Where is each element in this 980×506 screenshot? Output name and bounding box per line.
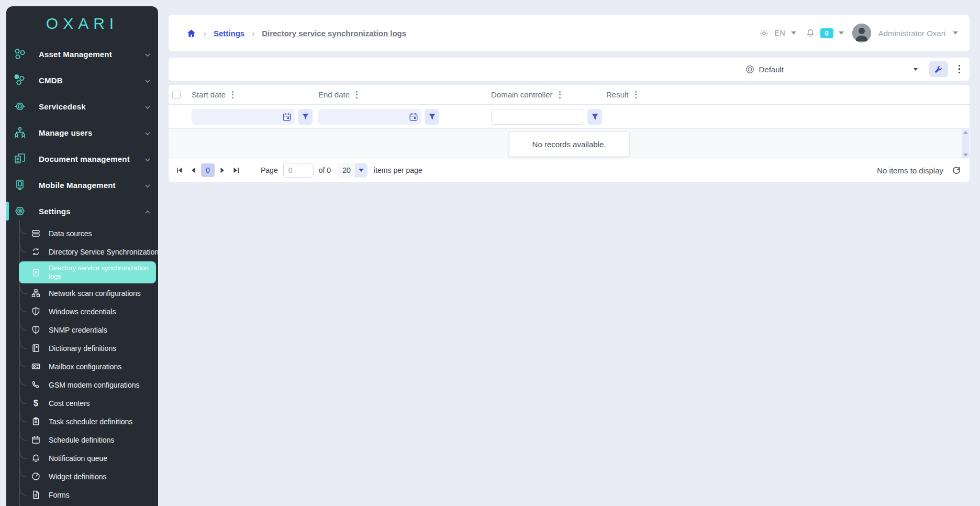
- data-grid: Start date End date Domain controller Re…: [169, 85, 970, 182]
- chevron-down-icon[interactable]: [839, 31, 844, 35]
- header-actions: EN 0 Administrator Oxari: [759, 24, 958, 42]
- sidebar-subitem-directory-service-synchronization-logs[interactable]: Directory service synchronization logs: [6, 261, 158, 284]
- sidebar-item-document-management[interactable]: Document management: [6, 146, 158, 172]
- sidebar-subitem-notification-queue[interactable]: Notification queue: [6, 449, 158, 467]
- sidebar-item-label: Servicedesk: [39, 102, 144, 111]
- sidebar-subitem-label: Forms: [49, 491, 70, 499]
- page-size-select[interactable]: 20: [338, 163, 368, 178]
- form-document-icon: [31, 490, 40, 499]
- mailbox-icon: [31, 362, 40, 371]
- previous-page-button[interactable]: [186, 163, 200, 177]
- settings-submenu: Data sources Directory Service Synchroni…: [6, 224, 158, 506]
- next-page-button[interactable]: [216, 163, 229, 177]
- notification-count-badge[interactable]: 0: [820, 28, 833, 38]
- breadcrumb-link-settings[interactable]: Settings: [214, 29, 244, 38]
- sidebar-subitem-snmp-credentials[interactable]: SNMP credentials: [6, 321, 158, 339]
- column-menu-icon[interactable]: [356, 91, 358, 98]
- view-selector-value: Default: [759, 65, 909, 74]
- chevron-down-icon[interactable]: [953, 31, 958, 35]
- sidebar-subitem-label: Task scheduler definitions: [49, 417, 132, 426]
- end-date-filter-cell: [314, 109, 487, 125]
- sidebar-item-manage-users[interactable]: Manage users: [6, 119, 158, 146]
- sidebar-subitem-dictionary-definitions[interactable]: Dictionary definitions: [6, 339, 158, 357]
- view-selector-dropdown[interactable]: Default: [741, 61, 922, 77]
- chevron-up-icon: [144, 208, 151, 214]
- grid-settings-button[interactable]: [929, 61, 948, 77]
- sidebar-item-label: Document management: [39, 155, 144, 163]
- sidebar-subitem-task-scheduler-definitions[interactable]: Task scheduler definitions: [6, 412, 158, 431]
- end-date-filter-input[interactable]: [318, 109, 421, 125]
- sidebar-subitem-gsm-modem-configurations[interactable]: GSM modem configurations: [6, 376, 158, 394]
- sidebar-item-mobile-management[interactable]: Mobile Management: [6, 172, 158, 198]
- sidebar-subitem-cost-centers[interactable]: $ Cost centers: [6, 394, 158, 412]
- select-all-checkbox[interactable]: [172, 91, 181, 99]
- page-label: Page: [261, 166, 278, 174]
- start-date-filter-button[interactable]: [298, 109, 313, 125]
- sidebar-subitem-data-sources[interactable]: Data sources: [6, 224, 158, 243]
- sidebar-item-label: Asset Management: [39, 50, 144, 59]
- asset-management-icon: [13, 47, 27, 61]
- breadcrumb: › Settings › Directory service synchroni…: [186, 28, 406, 38]
- grid-filter-row: [169, 105, 970, 129]
- column-menu-icon[interactable]: [232, 91, 233, 98]
- items-per-page-label: items per page: [374, 166, 422, 174]
- sidebar-item-servicedesk[interactable]: Servicedesk: [6, 93, 158, 119]
- column-menu-icon[interactable]: [559, 91, 561, 98]
- gear-icon[interactable]: [759, 28, 769, 38]
- breadcrumb-current-page[interactable]: Directory service synchronization logs: [262, 29, 406, 38]
- document-management-icon: [13, 152, 27, 166]
- chevron-down-icon[interactable]: [791, 31, 796, 35]
- database-icon: [31, 229, 40, 238]
- user-avatar[interactable]: [852, 24, 871, 42]
- sidebar-subitem-mailbox-configurations[interactable]: Mailbox configurations: [6, 357, 158, 376]
- column-header-result[interactable]: Result: [602, 90, 970, 99]
- calendar-icon[interactable]: [282, 112, 292, 122]
- dollar-icon: $: [31, 399, 40, 408]
- sidebar-item-settings[interactable]: Settings: [6, 198, 158, 224]
- domain-controller-filter-button[interactable]: [587, 109, 602, 125]
- active-section-indicator: [6, 202, 9, 221]
- sidebar-subitem-network-scan-configurations[interactable]: Network scan configurations: [6, 284, 158, 302]
- start-date-filter-input[interactable]: [192, 109, 295, 125]
- column-header-domain-controller[interactable]: Domain controller: [487, 90, 602, 99]
- sidebar-subitem-widget-definitions[interactable]: Widget definitions: [6, 467, 158, 486]
- last-page-button[interactable]: [229, 163, 243, 177]
- shield-icon: [31, 307, 40, 316]
- sidebar-subitem-windows-credentials[interactable]: Windows credentials: [6, 302, 158, 321]
- column-header-start-date[interactable]: Start date: [187, 90, 314, 99]
- cmdb-icon: [13, 73, 27, 87]
- refresh-icon[interactable]: [952, 166, 961, 175]
- sidebar-item-asset-management[interactable]: Asset Management: [6, 41, 158, 67]
- sidebar-subitem-forms[interactable]: Forms: [6, 486, 158, 504]
- scroll-down-arrow: [963, 153, 968, 157]
- current-page-button[interactable]: 0: [201, 163, 215, 177]
- bell-icon[interactable]: [806, 28, 815, 38]
- column-header-end-date[interactable]: End date: [314, 90, 487, 99]
- sidebar-item-cmdb[interactable]: CMDB: [6, 67, 158, 93]
- home-icon[interactable]: [186, 28, 196, 38]
- page-number-input[interactable]: [283, 163, 314, 178]
- sidebar-item-label: Settings: [39, 207, 144, 216]
- vertical-scrollbar[interactable]: [962, 129, 969, 158]
- user-name[interactable]: Administrator Oxari: [878, 29, 945, 38]
- column-menu-icon[interactable]: [635, 91, 637, 98]
- select-all-cell: [169, 91, 187, 99]
- pager: 0 Page of 0 20 items per page No items t…: [169, 159, 970, 182]
- sidebar-subitem-schedule-definitions[interactable]: Schedule definitions: [6, 431, 158, 449]
- more-options-menu[interactable]: [955, 63, 964, 76]
- app-logo[interactable]: OXARI: [6, 6, 158, 41]
- domain-controller-filter-input[interactable]: [491, 109, 584, 125]
- end-date-filter-button[interactable]: [425, 109, 439, 125]
- sidebar-subitem-label: Notification queue: [49, 454, 107, 463]
- sidebar-subitem-partial[interactable]: [6, 504, 158, 506]
- sidebar-subitem-label: Windows credentials: [49, 307, 116, 316]
- sidebar-subitem-label: Schedule definitions: [49, 436, 114, 444]
- first-page-button[interactable]: [173, 163, 186, 177]
- page-count-label: of 0: [319, 166, 331, 174]
- phone-icon: [31, 380, 40, 389]
- sidebar-subitem-label: Mailbox configurations: [49, 362, 121, 371]
- language-selector[interactable]: EN: [774, 29, 785, 37]
- clipboard-icon: [31, 417, 40, 426]
- calendar-icon[interactable]: [409, 112, 418, 122]
- sidebar-subitem-directory-service-synchronization[interactable]: Directory Service Synchronization: [6, 243, 158, 261]
